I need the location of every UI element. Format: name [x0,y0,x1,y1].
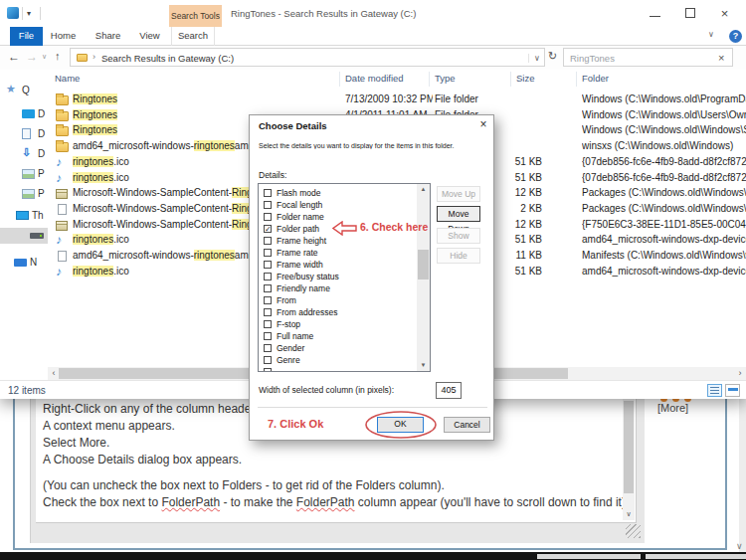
unchecked-checkbox[interactable] [264,296,272,304]
detail-option-row[interactable]: From addresses [259,306,414,318]
breadcrumb-chevron-icon[interactable]: › [93,52,95,62]
back-icon[interactable]: ← [8,50,20,64]
search-highlight: Ringtones [73,93,117,104]
refresh-icon[interactable]: ↻ [548,50,557,63]
unchecked-checkbox[interactable] [264,213,272,221]
ribbon-collapse-icon[interactable]: ∨ [708,30,714,39]
column-header-size[interactable]: Size [516,73,534,84]
page-scrollbar[interactable] [739,399,746,553]
details-view-toggle-icon[interactable] [707,384,722,397]
unchecked-checkbox[interactable] [264,332,272,340]
unchecked-checkbox[interactable] [264,320,272,328]
tab-search[interactable]: Search [171,27,215,46]
unchecked-checkbox[interactable] [264,261,272,269]
column-header-name[interactable]: Name [55,73,80,84]
taskbar-button[interactable] [537,554,641,559]
listbox-scroll-down-icon[interactable]: ▼ [417,360,430,371]
unchecked-checkbox[interactable] [264,273,272,280]
column-header-folder[interactable]: Folder [582,73,609,84]
forward-icon[interactable]: → [26,50,38,64]
textarea-resize-grip[interactable] [626,524,641,538]
recent-locations-icon[interactable]: ∨ [42,53,47,61]
unchecked-checkbox[interactable] [264,249,272,257]
scroll-right-icon[interactable]: › [734,367,746,380]
detail-option-row[interactable]: Flash mode [259,187,414,199]
detail-option-row[interactable] [259,366,414,372]
sidebar-item-label: Th [32,210,44,221]
sidebar-item-picture[interactable]: P [0,166,48,182]
taskbar-button[interactable] [646,554,746,559]
column-separator[interactable] [339,72,340,87]
detail-option-row[interactable]: F-stop [259,318,414,330]
content-view-toggle-icon[interactable] [725,384,740,397]
detail-option-row[interactable]: From [259,294,414,306]
breadcrumb[interactable]: Search Results in Gateway (C:) [101,53,234,64]
detail-option-row[interactable]: Genre [259,354,414,366]
textarea-scrollbar[interactable]: ∨ [623,399,635,520]
sidebar-item-monitor[interactable]: Th [0,208,48,224]
file-row[interactable]: Ringtones7/13/2009 10:32 PMFile folderWi… [48,92,746,107]
column-header-type[interactable]: Type [435,73,456,84]
column-separator[interactable] [576,72,577,87]
details-listbox: ▲ ▼ Flash modeFocal lengthFolder name✓Fo… [258,183,431,372]
search-input[interactable]: RingTones × [563,48,733,67]
help-icon[interactable]: ? [729,30,742,43]
unchecked-checkbox[interactable] [264,201,272,209]
detail-option-row[interactable]: Gender [259,342,414,354]
maximize-button[interactable] [672,0,707,27]
tab-share[interactable]: Share [94,27,121,46]
sidebar-item-desktop[interactable]: D [0,106,48,122]
detail-option-row[interactable]: Frame height [259,235,414,247]
unchecked-checkbox[interactable] [264,308,272,316]
tab-home[interactable]: Home [48,27,79,46]
listbox-scrollbar[interactable]: ▲ ▼ [417,184,430,371]
column-header-date-modified[interactable]: Date modified [345,73,404,84]
sidebar-item-label: N [30,257,37,268]
unchecked-checkbox[interactable] [264,189,272,197]
detail-option-row[interactable]: Focal length [259,199,414,211]
sidebar-item-network[interactable]: N [0,255,48,271]
column-separator[interactable] [429,72,430,87]
sidebar-item-download-arrow[interactable]: ⇩D [0,146,48,162]
move-up-button[interactable]: Move Up [437,186,480,202]
detail-option-row[interactable]: Full name [259,330,414,342]
qat-dropdown-icon[interactable]: ▾ [27,9,31,18]
detail-option-row[interactable]: Free/busy status [259,271,414,282]
sidebar-item-quick-access-star[interactable]: ★Q [0,83,48,98]
detail-option-row[interactable]: Friendly name [259,282,414,294]
listbox-scrollbar-thumb[interactable] [418,250,429,280]
sidebar-item-drive[interactable] [0,228,48,244]
dialog-close-icon[interactable]: × [474,117,492,133]
page-scroll-down-icon[interactable]: ∨ [736,541,743,551]
unchecked-checkbox[interactable] [264,344,272,352]
detail-option-row[interactable]: Frame rate [259,247,414,259]
sidebar-item-document[interactable]: D [0,126,48,142]
minimize-button[interactable] [638,0,672,27]
textarea-scroll-down-icon[interactable]: ∨ [623,507,635,520]
unchecked-checkbox[interactable] [264,368,272,373]
show-button[interactable]: Show [437,228,480,244]
tab-file[interactable]: File [10,27,43,46]
search-tools-contextual-tab[interactable]: Search Tools [169,5,222,27]
unchecked-checkbox[interactable] [264,237,272,245]
hide-button[interactable]: Hide [437,248,480,264]
up-icon[interactable]: ↑ [55,50,61,62]
unchecked-checkbox[interactable] [264,356,272,364]
address-bar[interactable]: › Search Results in Gateway (C:) ∨ [70,48,545,67]
search-clear-icon[interactable]: × [718,52,724,64]
listbox-scroll-up-icon[interactable]: ▲ [417,184,430,195]
textarea-scrollbar-thumb[interactable] [624,401,634,493]
move-down-button[interactable]: Move Down [437,206,480,222]
column-separator[interactable] [510,72,511,87]
tab-view[interactable]: View [137,27,162,46]
unchecked-checkbox[interactable] [264,284,272,292]
sidebar-item-picture[interactable]: P [0,186,48,202]
cancel-button[interactable]: Cancel [444,417,490,433]
detail-option-row[interactable]: Frame width [259,259,414,271]
column-width-input[interactable]: 405 [436,382,462,399]
forum-more-link[interactable]: [More] [657,402,688,414]
close-button[interactable]: × [707,0,742,27]
address-dropdown-icon[interactable]: ∨ [528,54,540,63]
dialog-title: Choose Details [259,120,327,131]
checked-checkbox[interactable]: ✓ [264,225,272,233]
